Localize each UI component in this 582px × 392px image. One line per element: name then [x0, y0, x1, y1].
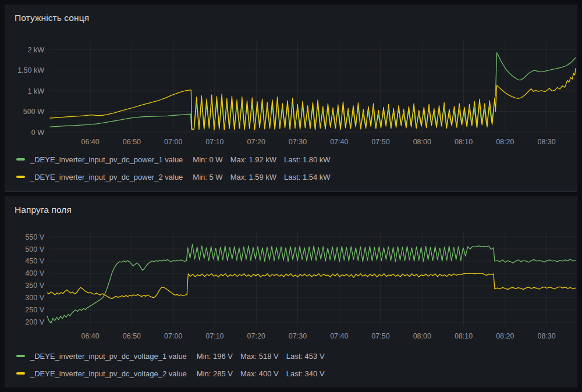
x-axis-tick-label: 08:00	[413, 138, 431, 146]
series-line-_DEYE_inverter_input_pv_dc_voltage_1	[47, 244, 576, 323]
dashboard: Потужність сонця 2 kW1.50 kW1 kW500 W0 W…	[0, 0, 582, 392]
legend-min-value: Min: 0 W	[193, 155, 222, 164]
legend-last-value: Last: 1.80 kW	[284, 155, 330, 164]
legend-last-value: Last: 340 V	[286, 369, 325, 378]
legend-max-value: Max: 518 V	[240, 352, 279, 361]
legend-color-swatch[interactable]	[16, 158, 25, 161]
x-axis-tick-label: 06:40	[81, 332, 99, 340]
y-axis-tick-label: 550 V	[25, 233, 44, 241]
x-axis-tick-label: 07:10	[205, 332, 223, 340]
x-axis-tick-label: 07:20	[247, 138, 265, 146]
x-axis-tick-label: 07:00	[164, 138, 182, 146]
y-axis-tick-label: 2 kW	[28, 46, 45, 54]
x-axis-tick-label: 07:30	[289, 332, 307, 340]
x-axis-tick-label: 07:30	[289, 138, 307, 146]
legend-max-value: Max: 1.92 kW	[230, 155, 276, 164]
legend-series-label[interactable]: _DEYE_inverter_input_pv_dc_voltage_2 val…	[30, 369, 187, 378]
x-axis-tick-label: 07:00	[164, 332, 182, 340]
y-axis-tick-label: 300 V	[25, 294, 44, 302]
legend-max-value: Max: 400 V	[240, 369, 279, 378]
x-axis-tick-label: 08:20	[496, 332, 514, 340]
legend: _DEYE_inverter_input_pv_dc_voltage_1 val…	[16, 347, 572, 382]
legend-color-swatch[interactable]	[16, 355, 25, 357]
x-axis-tick-label: 07:50	[371, 332, 389, 340]
legend-series-label[interactable]: _DEYE_inverter_input_pv_dc_power_2 value	[30, 173, 183, 181]
y-axis-tick-label: 350 V	[25, 281, 44, 290]
legend-min-value: Min: 196 V	[197, 352, 233, 361]
legend-max-value: Max: 1.59 kW	[230, 173, 276, 181]
x-axis-tick-label: 08:30	[537, 138, 555, 146]
y-axis-tick-label: 1.50 kW	[17, 66, 44, 74]
legend-series-label[interactable]: _DEYE_inverter_input_pv_dc_power_1 value	[30, 155, 183, 164]
legend-series-label[interactable]: _DEYE_inverter_input_pv_dc_voltage_1 val…	[30, 352, 187, 361]
legend-last-value: Last: 453 V	[286, 352, 325, 361]
x-axis-tick-label: 08:20	[496, 138, 514, 146]
y-axis-tick-label: 1 kW	[28, 87, 45, 95]
legend-min-value: Min: 5 W	[193, 173, 222, 181]
series-line-_DEYE_inverter_input_pv_dc_power_2	[50, 69, 576, 130]
panel-field-voltage: Напруга поля 550 V500 V450 V400 V350 V30…	[5, 197, 577, 387]
x-axis-tick-label: 07:10	[205, 138, 223, 146]
panel-title[interactable]: Потужність сонця	[15, 13, 89, 23]
y-axis-tick-label: 450 V	[25, 257, 44, 265]
y-axis-tick-label: 500 V	[25, 245, 44, 254]
x-axis-tick-label: 08:30	[537, 332, 555, 340]
power-chart[interactable]: 2 kW1.50 kW1 kW500 W0 W06:4006:5007:0007…	[5, 33, 578, 149]
y-axis-tick-label: 0 W	[31, 129, 44, 137]
panel-title[interactable]: Напруга поля	[15, 205, 72, 215]
x-axis-tick-label: 07:40	[330, 138, 348, 146]
legend-item-power-2[interactable]: _DEYE_inverter_input_pv_dc_power_2 value…	[16, 168, 572, 186]
y-axis-tick-label: 500 W	[23, 108, 44, 116]
x-axis-tick-label: 08:10	[455, 138, 473, 146]
x-axis-tick-label: 06:40	[81, 138, 99, 146]
legend-item-power-1[interactable]: _DEYE_inverter_input_pv_dc_power_1 value…	[16, 151, 572, 168]
legend-last-value: Last: 1.54 kW	[284, 173, 330, 181]
x-axis-tick-label: 07:40	[330, 332, 348, 340]
x-axis-tick-label: 06:50	[123, 138, 141, 146]
panel-solar-power: Потужність сонця 2 kW1.50 kW1 kW500 W0 W…	[5, 5, 577, 192]
x-axis-tick-label: 06:50	[123, 332, 141, 340]
series-line-_DEYE_inverter_input_pv_dc_voltage_2	[47, 273, 576, 299]
legend-item-voltage-1[interactable]: _DEYE_inverter_input_pv_dc_voltage_1 val…	[16, 347, 572, 365]
x-axis-tick-label: 08:10	[455, 332, 473, 340]
x-axis-tick-label: 07:20	[247, 332, 265, 340]
y-axis-tick-label: 250 V	[25, 306, 44, 314]
y-axis-tick-label: 200 V	[25, 318, 44, 326]
legend-color-swatch[interactable]	[16, 372, 25, 375]
legend-item-voltage-2[interactable]: _DEYE_inverter_input_pv_dc_voltage_2 val…	[16, 365, 572, 382]
legend-color-swatch[interactable]	[16, 176, 25, 178]
legend-min-value: Min: 285 V	[197, 369, 233, 378]
y-axis-tick-label: 400 V	[25, 269, 44, 277]
x-axis-tick-label: 08:00	[413, 332, 431, 340]
legend: _DEYE_inverter_input_pv_dc_power_1 value…	[16, 151, 572, 186]
voltage-chart[interactable]: 550 V500 V450 V400 V350 V300 V250 V200 V…	[5, 225, 578, 348]
x-axis-tick-label: 07:50	[371, 138, 389, 146]
